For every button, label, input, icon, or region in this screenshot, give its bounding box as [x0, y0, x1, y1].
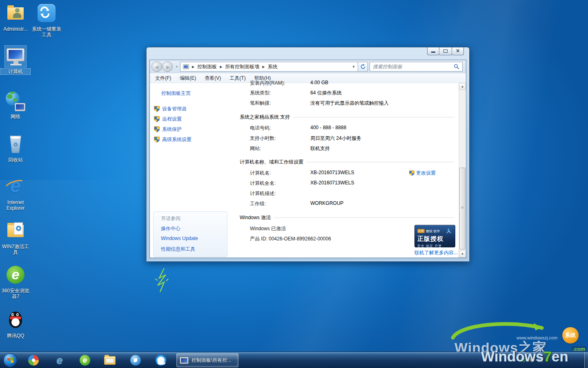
watermark-badge: 系统 — [562, 327, 579, 343]
sidebar-item-windows-update[interactable]: Windows Update — [161, 236, 198, 241]
watermark-swoosh-icon — [447, 320, 549, 341]
uac-shield-icon — [409, 171, 414, 176]
sidebar-item-action-center[interactable]: 操作中心 — [161, 225, 180, 232]
desktop-icon-reinstall-tool[interactable]: 系统一键重装工具 — [32, 3, 61, 38]
scroll-up-icon[interactable]: ▲ — [459, 83, 466, 90]
tray-network-icon[interactable] — [538, 357, 543, 362]
change-settings-link[interactable]: 更改设置 — [409, 170, 436, 177]
row-value: XB-20160713WELS — [310, 180, 354, 186]
sidebar-item-remote-settings[interactable]: 远程设置 — [154, 116, 182, 123]
uac-shield-icon — [154, 137, 160, 143]
sidebar-item-performance-tools[interactable]: 性能信息和工具 — [161, 246, 195, 253]
row-value: 没有可用于此显示器的笔或触控输入 — [310, 100, 389, 107]
row-value: 周日至周六 24小时服务 — [310, 135, 361, 142]
address-bar[interactable]: ▶ 控制面板 ▶ 所有控制面板项 ▶ 系统 ▼ — [180, 62, 358, 72]
activation-folder-icon — [5, 221, 26, 242]
online-support-link[interactable]: 联机支持 — [310, 145, 330, 152]
activation-section-header: Windows 激活 — [240, 214, 454, 221]
sidebar-item-advanced-settings[interactable]: 高级系统设置 — [154, 136, 192, 143]
green-browser-icon: e — [5, 265, 26, 286]
breadcrumb-control-panel[interactable]: 控制面板 — [197, 63, 217, 70]
taskbar-icon-360-browser[interactable]: e — [77, 354, 93, 367]
taskbar-icon-explorer[interactable] — [102, 354, 118, 367]
watermark-url: www.windowszj.com — [517, 335, 557, 340]
sidebar-item-device-manager[interactable]: 设备管理器 — [154, 105, 187, 112]
desktop-icon-internet-explorer[interactable]: e Internet Explorer — [1, 177, 30, 211]
taskbar: e e 控制面板\所有控... — [0, 352, 588, 368]
desktop-icon-tencent-qq[interactable]: 腾讯QQ — [1, 310, 30, 339]
support-row-hours: 支持小时数: 周日至周六 24小时服务 — [231, 135, 459, 142]
taskbar-icon-compass-browser[interactable] — [127, 354, 144, 367]
user-folder-icon — [5, 3, 26, 25]
sidebar-item-system-protection[interactable]: 系统保护 — [154, 126, 182, 133]
row-value: 64 位操作系统 — [310, 90, 342, 96]
vertical-scrollbar[interactable]: ▲ ▼ — [459, 83, 466, 258]
address-dropdown-icon[interactable]: ▼ — [352, 65, 355, 69]
system-info-panel: 安装内存(RAM): 4.00 GB 系统类型: 64 位操作系统 笔和触摸: … — [231, 83, 459, 258]
menu-file[interactable]: 文件(F) — [155, 75, 171, 82]
desktop-icon-administrator[interactable]: Administr... — [1, 3, 30, 32]
uac-shield-icon — [154, 106, 160, 112]
system-tray[interactable] — [512, 357, 543, 362]
row-value: WORKGROUP — [310, 200, 343, 206]
active-task-label: 控制面板\所有控... — [192, 357, 231, 364]
refresh-button[interactable] — [358, 62, 368, 72]
search-input[interactable]: 搜索控制面板 — [370, 62, 463, 72]
see-also-box: 另请参阅 操作中心 Windows Update 性能信息和工具 — [153, 211, 227, 257]
desktop-icon-label: 计算机 — [1, 69, 30, 74]
taskbar-icon-qq-browser[interactable] — [153, 354, 169, 367]
row-label: 系统类型: — [250, 90, 271, 96]
desktop-icon-computer[interactable]: 计算机 — [1, 46, 30, 74]
taskbar-icon-internet-explorer[interactable]: e — [51, 354, 68, 367]
computer-icon — [5, 46, 26, 67]
desktop-icon-label: WIN7激活工具 — [1, 244, 30, 255]
support-row-website: 网站: 联机支持 — [231, 145, 459, 153]
support-section-header: 系统之家精品系统 支持 — [240, 114, 454, 121]
desktop-icon-360-browser[interactable]: e 360安全浏览器7 — [1, 265, 30, 299]
search-icon[interactable] — [454, 64, 459, 70]
spec-row-ram: 安装内存(RAM): 4.00 GB — [231, 80, 459, 87]
navigation-bar: ◀ ▶ ▼ ▶ 控制面板 ▶ 所有控制面板项 ▶ 系统 ▼ 搜索控制面板 — [150, 60, 466, 73]
uac-shield-icon — [154, 116, 160, 122]
row-value: XB-20160713WELS — [310, 170, 354, 175]
taskbar-active-task-control-panel[interactable]: 控制面板\所有控... — [176, 353, 238, 367]
cn-row-fullname: 计算机全名: XB-20160713WELS — [231, 180, 459, 187]
desktop-icon-label: 回收站 — [1, 157, 30, 163]
menu-edit[interactable]: 编辑(E) — [180, 75, 196, 82]
sidebar-item-label: 高级系统设置 — [162, 136, 192, 143]
back-button[interactable]: ◀ — [151, 61, 162, 72]
desktop-icon-label: 网络 — [1, 114, 30, 119]
learn-more-online-link[interactable]: 联机了解更多内容... — [414, 249, 458, 256]
tray-shield-icon[interactable] — [529, 357, 535, 362]
show-desktop-button[interactable] — [584, 352, 588, 368]
desktop-icon-network[interactable]: 网络 — [1, 91, 30, 119]
scrollbar-thumb[interactable] — [459, 168, 466, 249]
tray-expand-icon[interactable] — [512, 357, 517, 362]
desktop-icon-win7-activation-tool[interactable]: WIN7激活工具 — [1, 221, 30, 255]
close-button[interactable]: × — [452, 47, 464, 55]
activation-status: Windows 已激活 — [250, 225, 286, 232]
desktop-icon-label: 系统一键重装工具 — [32, 26, 61, 38]
desktop-icon-label: Internet Explorer — [1, 200, 30, 211]
scroll-down-icon[interactable]: ▼ — [459, 251, 466, 258]
taskbar-icon-software-manager[interactable] — [25, 354, 42, 367]
menu-view[interactable]: 查看(V) — [205, 75, 221, 82]
breadcrumb-system[interactable]: 系统 — [267, 63, 277, 70]
sidebar: 控制面板主页 设备管理器 远程设置 系统保护 高级系统设置 — [150, 83, 231, 258]
recycle-bin-icon: ♻ — [5, 134, 26, 155]
row-label: 网站: — [250, 145, 261, 152]
maximize-button[interactable] — [439, 47, 452, 55]
forward-button[interactable]: ▶ — [162, 61, 173, 72]
sidebar-item-control-panel-home[interactable]: 控制面板主页 — [161, 90, 191, 97]
window-controls: × — [428, 47, 464, 55]
network-icon — [5, 91, 26, 112]
recent-pages-dropdown-icon[interactable]: ▼ — [175, 65, 178, 69]
desktop-icon-label: 360安全浏览器7 — [1, 288, 30, 299]
breadcrumb-all-items[interactable]: 所有控制面板项 — [225, 63, 259, 70]
minimize-button[interactable] — [427, 47, 439, 55]
start-button[interactable] — [3, 353, 17, 367]
tray-green-icon[interactable] — [521, 357, 526, 362]
genuine-microsoft-badge[interactable]: 使用 微软 软件 正版授权 安全 稳定 声誉 — [414, 225, 455, 247]
desktop-icon-recycle-bin[interactable]: ♻ 回收站 — [1, 134, 30, 163]
search-placeholder: 搜索控制面板 — [370, 63, 454, 70]
